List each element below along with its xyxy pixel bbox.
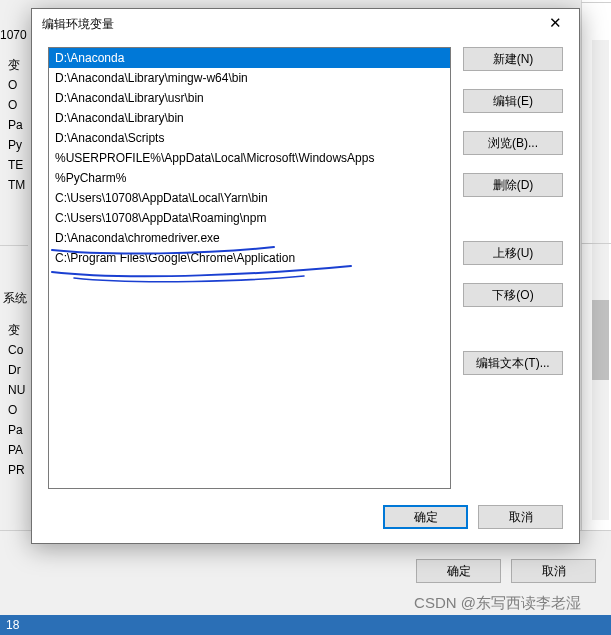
close-icon[interactable]: ✕ xyxy=(535,10,575,38)
path-list-item[interactable]: C:\Program Files\Google\Chrome\Applicati… xyxy=(49,248,450,268)
path-list-item[interactable]: D:\Anaconda\chromedriver.exe xyxy=(49,228,450,248)
path-list-item[interactable]: C:\Users\10708\AppData\Roaming\npm xyxy=(49,208,450,228)
path-list-item[interactable]: D:\Anaconda xyxy=(49,48,450,68)
cancel-button[interactable]: 取消 xyxy=(478,505,563,529)
bg-label-fragment: TM xyxy=(8,175,25,195)
bg-var-list-top: 变OOPaPyTETM xyxy=(8,55,25,195)
edittext-button[interactable]: 编辑文本(T)... xyxy=(463,351,563,375)
edit-env-var-dialog: 编辑环境变量 ✕ D:\AnacondaD:\Anaconda\Library\… xyxy=(31,8,580,544)
bg-ok-button[interactable]: 确定 xyxy=(416,559,501,583)
bg-label-fragment: 变 xyxy=(8,320,25,340)
bg-cancel-button[interactable]: 取消 xyxy=(511,559,596,583)
dialog-footer: 确定 取消 xyxy=(32,495,579,543)
moveup-button[interactable]: 上移(U) xyxy=(463,241,563,265)
browse-button[interactable]: 浏览(B)... xyxy=(463,131,563,155)
path-list-item[interactable]: C:\Users\10708\AppData\Local\Yarn\bin xyxy=(49,188,450,208)
bg-label-fragment: Py xyxy=(8,135,25,155)
path-list-item[interactable]: D:\Anaconda\Library\mingw-w64\bin xyxy=(49,68,450,88)
bg-number-fragment: 1070 xyxy=(0,28,27,42)
path-listbox[interactable]: D:\AnacondaD:\Anaconda\Library\mingw-w64… xyxy=(48,47,451,489)
bg-label-fragment: O xyxy=(8,95,25,115)
bg-label-fragment: PA xyxy=(8,440,25,460)
path-list-item[interactable]: D:\Anaconda\Library\bin xyxy=(49,108,450,128)
ok-button[interactable]: 确定 xyxy=(383,505,468,529)
bg-label-fragment: PR xyxy=(8,460,25,480)
bg-border xyxy=(581,2,611,3)
bg-label-fragment: Pa xyxy=(8,420,25,440)
bg-label-fragment: 变 xyxy=(8,55,25,75)
dialog-titlebar[interactable]: 编辑环境变量 ✕ xyxy=(32,9,579,39)
dialog-button-column: 新建(N) 编辑(E) 浏览(B)... 删除(D) 上移(U) 下移(O) 编… xyxy=(463,47,563,489)
bg-label-fragment: O xyxy=(8,75,25,95)
new-button[interactable]: 新建(N) xyxy=(463,47,563,71)
path-list-item[interactable]: D:\Anaconda\Scripts xyxy=(49,128,450,148)
path-list-item[interactable]: %USERPROFILE%\AppData\Local\Microsoft\Wi… xyxy=(49,148,450,168)
bg-section-label: 系统 xyxy=(0,290,27,307)
path-list-item[interactable]: %PyCharm% xyxy=(49,168,450,188)
status-bar: 18 xyxy=(0,615,611,635)
dialog-title: 编辑环境变量 xyxy=(42,16,114,33)
path-list-item[interactable]: D:\Anaconda\Library\usr\bin xyxy=(49,88,450,108)
movedown-button[interactable]: 下移(O) xyxy=(463,283,563,307)
watermark-text: CSDN @东写西读李老湿 xyxy=(414,594,581,613)
bg-divider xyxy=(0,245,28,246)
bg-label-fragment: TE xyxy=(8,155,25,175)
bg-var-list-bottom: 变CoDrNUOPaPAPR xyxy=(8,320,25,480)
bg-label-fragment: O xyxy=(8,400,25,420)
bg-label-fragment: Pa xyxy=(8,115,25,135)
bg-scrollbar-track[interactable] xyxy=(592,40,609,520)
bg-scrollbar-thumb[interactable] xyxy=(592,300,609,380)
edit-button[interactable]: 编辑(E) xyxy=(463,89,563,113)
bg-label-fragment: Co xyxy=(8,340,25,360)
bg-dialog-footer: 确定 取消 xyxy=(416,559,596,583)
bg-label-fragment: NU xyxy=(8,380,25,400)
bg-border xyxy=(581,243,611,244)
bg-label-fragment: Dr xyxy=(8,360,25,380)
delete-button[interactable]: 删除(D) xyxy=(463,173,563,197)
